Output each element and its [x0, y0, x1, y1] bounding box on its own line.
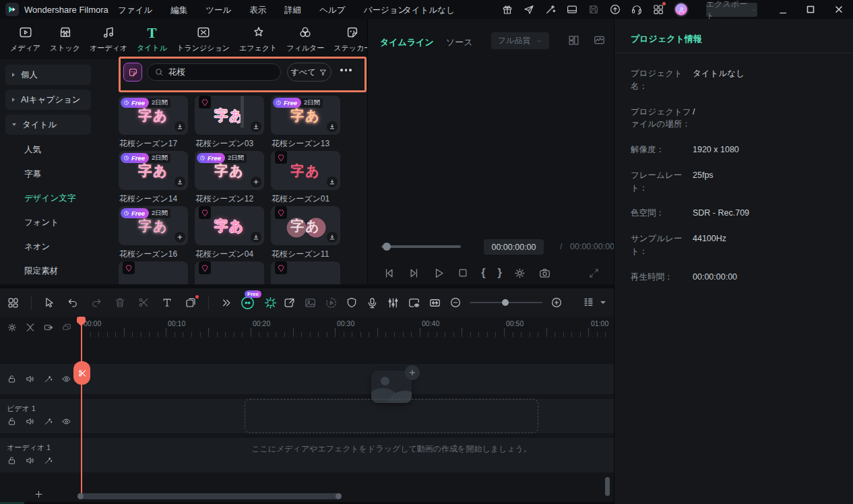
scope-icon[interactable]	[593, 34, 606, 46]
share-upload-icon[interactable]	[609, 3, 621, 15]
template-card[interactable]: 字あ 花桜シーズン04	[195, 206, 264, 261]
marker-icon[interactable]	[346, 296, 358, 309]
add-track-button[interactable]	[34, 489, 44, 499]
tab-transitions[interactable]: トランジション	[172, 25, 234, 53]
sticker-filter-button[interactable]	[123, 63, 142, 82]
sidebar-item-fonts[interactable]: フォント	[5, 212, 91, 232]
menu-view[interactable]: 表示	[249, 5, 266, 16]
stop-button[interactable]	[457, 267, 469, 279]
download-icon[interactable]	[327, 232, 338, 243]
sidebar-item-subtitles[interactable]: 字幕	[5, 164, 91, 184]
mute-speaker-icon[interactable]	[25, 374, 35, 384]
render-preview-icon[interactable]	[304, 296, 317, 309]
export-button[interactable]: エクスポート	[706, 3, 757, 17]
menu-tools[interactable]: ツール	[206, 5, 231, 16]
horizontal-scrollbar[interactable]	[77, 493, 342, 499]
magic-wand-icon[interactable]	[43, 455, 53, 466]
template-thumbnail[interactable]: 字あ	[195, 206, 264, 245]
download-icon[interactable]	[175, 177, 185, 187]
auto-ripple-icon[interactable]	[25, 322, 36, 333]
previous-frame-button[interactable]	[383, 267, 396, 280]
apps-grid-icon[interactable]	[652, 3, 664, 15]
zoom-slider-handle[interactable]	[502, 299, 509, 306]
maximize-button[interactable]	[796, 0, 825, 19]
template-thumbnail[interactable]	[271, 261, 340, 284]
pip-crop-icon[interactable]	[185, 296, 197, 309]
zoom-out-icon[interactable]	[449, 296, 462, 309]
mark-out-button[interactable]: }	[497, 267, 501, 279]
template-card[interactable]: 字あ 花桜シーズン01	[271, 151, 340, 206]
add-media-icon[interactable]	[405, 365, 420, 380]
template-thumbnail[interactable]: Free2日間 字あ	[119, 96, 188, 135]
tab-audio[interactable]: オーディオ	[85, 25, 132, 53]
magic-wand-icon[interactable]	[43, 416, 53, 427]
media-drop-zone[interactable]	[245, 399, 538, 433]
playhead-scissors-icon[interactable]	[73, 361, 90, 385]
search-input[interactable]	[168, 67, 263, 77]
template-card[interactable]: Free2日間 字あ 花桜シーズン12	[195, 151, 264, 206]
menu-help[interactable]: ヘルプ	[319, 5, 345, 16]
save-icon[interactable]	[588, 3, 600, 15]
next-frame-button[interactable]	[408, 267, 420, 280]
template-thumbnail[interactable]: Free2日間 字あ	[195, 151, 264, 190]
template-card[interactable]: Free2日間 字あ 花桜シーズン17	[119, 96, 188, 151]
template-thumbnail[interactable]	[119, 261, 188, 284]
menu-advanced[interactable]: 詳細	[284, 5, 301, 16]
mark-in-button[interactable]: {	[481, 267, 485, 279]
template-card[interactable]: Free2日間 字あ 花桜シーズン16	[119, 206, 188, 261]
minimize-button[interactable]	[768, 0, 796, 19]
layout-grid-icon[interactable]	[567, 34, 580, 46]
redo-icon[interactable]	[90, 296, 102, 309]
template-card[interactable]: Free2日間 字あ 花桜シーズン14	[119, 151, 188, 206]
smart-cut-icon[interactable]	[263, 296, 278, 310]
tab-titles[interactable]: Tタイトル	[132, 25, 172, 53]
playhead-line[interactable]	[81, 317, 82, 493]
download-icon[interactable]	[251, 121, 261, 132]
add-icon[interactable]	[175, 232, 185, 243]
track-manager-icon[interactable]	[582, 296, 595, 309]
play-button[interactable]	[433, 267, 445, 280]
gift-icon[interactable]	[501, 3, 513, 15]
link-clips-icon[interactable]	[43, 322, 54, 333]
magic-wand-icon[interactable]	[43, 374, 53, 384]
sidebar-item-neon[interactable]: ネオン	[5, 237, 91, 257]
snapshot-camera-icon[interactable]	[538, 267, 551, 280]
download-icon[interactable]	[251, 232, 261, 243]
template-card[interactable]	[195, 261, 264, 284]
ai-assistant-icon[interactable]: Free	[240, 295, 255, 311]
lock-icon[interactable]	[7, 374, 17, 384]
template-thumbnail[interactable]: Free2日間 字あ	[119, 206, 188, 245]
download-icon[interactable]	[175, 121, 185, 132]
lock-icon[interactable]	[7, 416, 17, 427]
more-options-button[interactable]	[340, 69, 352, 71]
select-tool-icon[interactable]	[43, 296, 55, 309]
tab-effects[interactable]: エフェクト	[234, 25, 282, 53]
template-thumbnail[interactable]: Free2日間 字あ	[119, 151, 188, 190]
scrubber-handle[interactable]	[383, 243, 391, 251]
template-thumbnail[interactable]: 字あ	[271, 206, 340, 245]
undo-icon[interactable]	[67, 296, 79, 309]
mute-speaker-icon[interactable]	[25, 455, 35, 466]
more-tools-icon[interactable]	[220, 297, 232, 309]
add-icon[interactable]	[251, 177, 261, 187]
template-card[interactable]: 字あ 花桜シーズン11	[271, 206, 340, 261]
volume-icon[interactable]	[563, 267, 576, 280]
vertical-scrollbar[interactable]	[605, 477, 610, 496]
add-text-icon[interactable]	[161, 296, 173, 309]
menu-file[interactable]: ファイル	[118, 5, 152, 16]
timeline-zoom-slider[interactable]	[470, 302, 542, 303]
screen-record-icon[interactable]	[408, 296, 420, 309]
sidebar-item-ai-caption[interactable]: AIキャプション	[5, 90, 91, 110]
tab-media[interactable]: メディア	[5, 25, 45, 53]
feedback-icon[interactable]	[523, 3, 535, 15]
grid-scrollbar[interactable]	[241, 96, 244, 128]
fullscreen-icon[interactable]	[588, 267, 600, 279]
template-thumbnail[interactable]: 字あ	[271, 151, 340, 190]
template-thumbnail[interactable]: 字あ	[195, 96, 264, 135]
visibility-eye-icon[interactable]	[61, 416, 71, 427]
layout-icon[interactable]	[566, 3, 578, 15]
sidebar-item-limited[interactable]: 限定素材	[5, 261, 91, 281]
layers-icon[interactable]	[61, 322, 72, 333]
lock-icon[interactable]	[7, 455, 17, 466]
export-clip-icon[interactable]	[283, 296, 296, 309]
